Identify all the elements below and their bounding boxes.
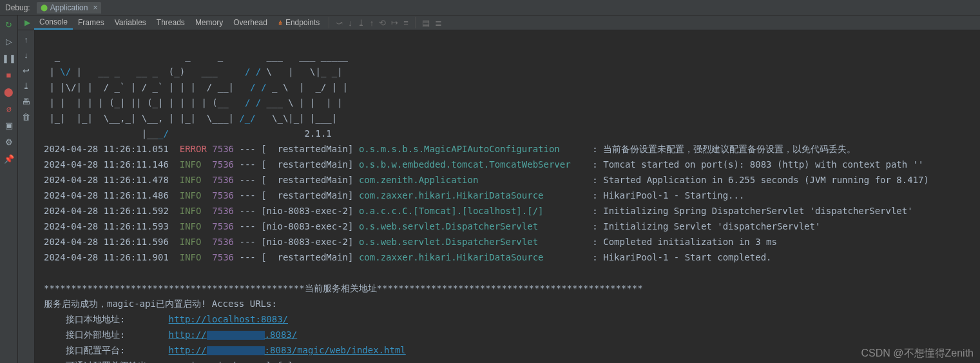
run-config-tab[interactable]: ⬤ Application × [37, 2, 102, 14]
separator [329, 17, 329, 28]
settings-icon[interactable]: ⚙ [4, 137, 14, 147]
url-close-value: magic-api.show-url=false [174, 360, 304, 363]
rerun-icon[interactable]: ↻ [4, 19, 14, 30]
stop-icon[interactable]: ■ [4, 70, 14, 80]
resume-icon[interactable]: ▷ [4, 36, 14, 46]
watermark: CSDN @不想懂得Zenith [861, 347, 974, 360]
variables-tab[interactable]: Variables [110, 16, 151, 29]
breakpoints-icon[interactable]: ⬤ [4, 86, 14, 97]
run-to-cursor-icon[interactable]: ↦ [389, 16, 401, 30]
separator [415, 17, 416, 28]
trace-icon[interactable]: ▤ [419, 16, 432, 30]
url-close-label: 可通过配置关闭输出: [66, 360, 152, 363]
pin-icon[interactable]: 📌 [4, 153, 14, 164]
url-external[interactable]: http://.8083/ [169, 329, 298, 340]
spring-boot-icon: ⬤ [41, 4, 48, 11]
console-tab[interactable]: Console [34, 15, 73, 30]
more-icon[interactable]: ≣ [432, 16, 445, 30]
log-line: 2024-04-28 11:26:11.901 INFO 7536 --- [ … [44, 250, 975, 265]
banner-line: _ _ _ ___ ___ _____ [44, 51, 348, 61]
start-msg: 服务启动成功，magic-api已内置启动! Access URLs: [44, 299, 277, 309]
mute-breakpoints-icon[interactable]: ⌀ [4, 103, 14, 113]
print-icon[interactable]: 🖶 [21, 96, 32, 106]
banner-line: |___/ 2.1.1 [44, 128, 332, 139]
force-step-into-icon[interactable]: ⤓ [355, 16, 367, 30]
log-line: 2024-04-28 11:26:11.592 INFO 7536 --- [n… [44, 203, 975, 219]
debug-toolbar: ▶ Console Frames Variables Threads Memor… [18, 15, 980, 30]
step-over-icon[interactable]: ⤻ [333, 16, 345, 30]
url-config[interactable]: http://:8083/magic/web/index.html [169, 345, 406, 355]
console-gutter: ↑ ↓ ↩ ⤓ 🖶 🗑 [18, 30, 35, 363]
step-into-icon[interactable]: ↓ [345, 16, 355, 30]
frames-tab[interactable]: Frames [73, 16, 110, 29]
banner-divider: ****************************************… [44, 283, 643, 293]
banner-line: | | | | | (_| || (_| | | | | (__ / / ___… [44, 97, 343, 108]
log-line: 2024-04-28 11:26:11.486 INFO 7536 --- [ … [44, 188, 975, 203]
url-local-label: 接口本地地址: [66, 314, 125, 324]
threads-tab[interactable]: Threads [151, 16, 190, 29]
debug-topbar: Debug: ⬤ Application × [0, 0, 980, 15]
endpoints-icon: ⋔ [278, 19, 283, 26]
close-icon[interactable]: × [93, 3, 97, 12]
endpoints-tab[interactable]: ⋔Endpoints [273, 16, 325, 29]
log-line: 2024-04-28 11:26:11.051 ERROR 7536 --- [… [44, 141, 975, 157]
banner-line: |_| |_| \__,_| \__, | |_| \___| /_/ \_\|… [44, 113, 337, 123]
camera-icon[interactable]: ▣ [4, 120, 14, 130]
soft-wrap-icon[interactable]: ↩ [21, 65, 32, 75]
debug-left-gutter: ↻ ▷ ❚❚ ■ ⬤ ⌀ ▣ ⚙ 📌 [0, 15, 18, 363]
evaluate-icon[interactable]: ≡ [401, 16, 411, 30]
clear-icon[interactable]: 🗑 [21, 112, 32, 122]
step-out-icon[interactable]: ↑ [367, 16, 377, 30]
drop-frame-icon[interactable]: ⟲ [376, 16, 389, 30]
banner-line: | |\/| | / _` | / _` | | | / __| / / _ \… [44, 82, 348, 92]
scroll-to-end-icon[interactable]: ⤓ [21, 81, 32, 91]
tab-label: Application [50, 3, 88, 12]
debugger-tab-icon[interactable]: ▶ [21, 16, 34, 29]
overhead-tab[interactable]: Overhead [228, 16, 273, 29]
console-output[interactable]: _ _ _ ___ ___ _____ | \/ | __ _ __ _ (_)… [35, 30, 980, 363]
redacted-ip [207, 346, 265, 355]
url-ext-label: 接口外部地址: [66, 329, 125, 340]
log-line: 2024-04-28 11:26:11.596 INFO 7536 --- [n… [44, 234, 975, 250]
url-local[interactable]: http://localhost:8083/ [169, 314, 288, 324]
scroll-down-icon[interactable]: ↓ [21, 50, 32, 60]
log-line: 2024-04-28 11:26:11.478 INFO 7536 --- [ … [44, 172, 975, 188]
pause-icon[interactable]: ❚❚ [4, 53, 14, 63]
scroll-up-icon[interactable]: ↑ [21, 34, 32, 44]
debug-label: Debug: [5, 3, 30, 12]
memory-tab[interactable]: Memory [190, 16, 228, 29]
log-line: 2024-04-28 11:26:11.146 INFO 7536 --- [ … [44, 157, 975, 172]
url-cfg-label: 接口配置平台: [66, 345, 125, 355]
redacted-ip [207, 331, 265, 340]
log-line: 2024-04-28 11:26:11.593 INFO 7536 --- [n… [44, 219, 975, 234]
banner-line: | \/ | __ _ __ _ (_) ___ / / \ | \|_ _| [44, 66, 343, 77]
